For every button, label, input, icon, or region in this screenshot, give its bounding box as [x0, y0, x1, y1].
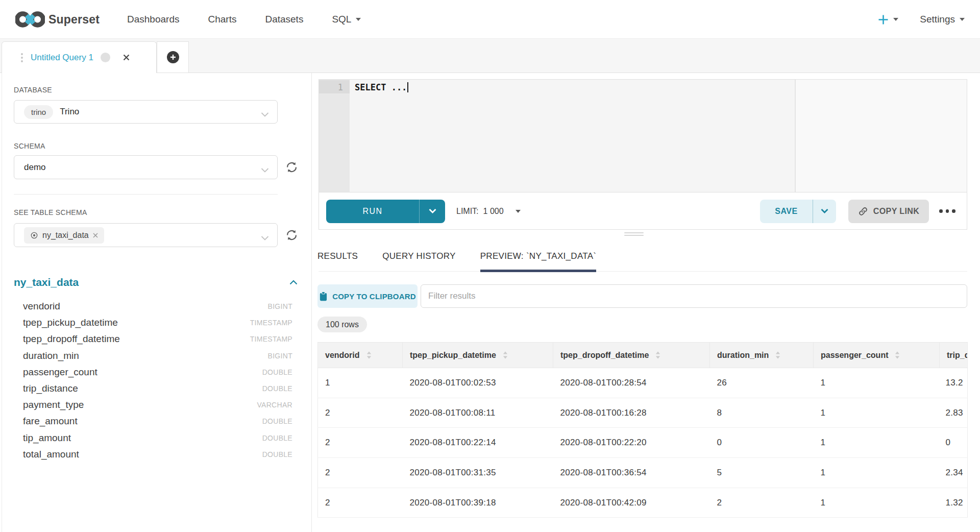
table-cell: 2.83: [940, 398, 968, 428]
drag-handle-icon[interactable]: [21, 53, 23, 62]
column-header-trip_distance[interactable]: trip_distance: [940, 343, 968, 368]
nav-right: Settings: [878, 0, 965, 39]
table-cell: 2020-08-01T00:16:28: [553, 398, 710, 428]
schema-column-row[interactable]: fare_amountDOUBLE: [14, 413, 298, 429]
more-options-button[interactable]: [937, 209, 958, 213]
column-header-duration_min[interactable]: duration_min: [710, 343, 814, 368]
nav-item-dashboards[interactable]: Dashboards: [127, 14, 179, 25]
column-name: vendorid: [23, 301, 60, 312]
column-header-tpep_dropoff_datetime[interactable]: tpep_dropoff_datetime: [553, 343, 710, 368]
tab-query-history[interactable]: QUERY HISTORY: [382, 240, 455, 272]
remove-tag-icon[interactable]: [93, 233, 98, 238]
table-cell: 1: [814, 368, 940, 398]
column-name: payment_type: [23, 399, 84, 410]
copy-to-clipboard-button[interactable]: COPY TO CLIPBOARD: [317, 284, 418, 308]
column-type: DOUBLE: [262, 368, 292, 376]
column-header-passenger_count[interactable]: passenger_count: [814, 343, 940, 368]
chevron-down-icon: [893, 18, 898, 21]
table-cell: 26: [710, 368, 814, 398]
add-tab-button[interactable]: [157, 41, 189, 72]
column-name: trip_distance: [23, 383, 78, 394]
code-line[interactable]: SELECT ...: [355, 81, 408, 93]
schema-value: demo: [24, 162, 46, 173]
table-cell: 2020-08-01T00:28:54: [553, 368, 710, 398]
column-type: DOUBLE: [262, 434, 292, 442]
copy-link-button[interactable]: COPY LINK: [848, 200, 929, 223]
table-cell: 2020-08-01T00:39:18: [403, 488, 553, 518]
chevron-up-icon[interactable]: [289, 280, 298, 285]
close-tab-icon[interactable]: [122, 54, 130, 61]
print-margin-line: [795, 80, 796, 192]
sort-icon[interactable]: [503, 351, 508, 359]
schema-label: SCHEMA: [14, 142, 45, 150]
sql-editor[interactable]: 1 SELECT ...: [319, 80, 967, 192]
schema-column-row[interactable]: duration_minBIGINT: [14, 348, 298, 364]
run-options-caret[interactable]: [420, 200, 445, 223]
schema-column-row[interactable]: total_amountDOUBLE: [14, 446, 298, 463]
database-select[interactable]: trino Trino: [14, 100, 278, 124]
sidebar: DATABASE trino Trino SCHEMA demo SEE TAB…: [2, 73, 312, 532]
line-number: 1: [338, 81, 343, 93]
table-cell: 2020-08-01T00:02:53: [403, 368, 553, 398]
sort-icon[interactable]: [366, 351, 372, 359]
column-type: TIMESTAMP: [250, 335, 292, 343]
column-type: DOUBLE: [262, 417, 292, 425]
sort-icon[interactable]: [775, 351, 780, 359]
table-cell: 2020-08-01T00:08:11: [403, 398, 553, 428]
column-name: tpep_dropoff_datetime: [23, 333, 120, 345]
tab-results[interactable]: RESULTS: [317, 240, 358, 272]
schema-select[interactable]: demo: [14, 155, 278, 179]
refresh-schema-icon[interactable]: [285, 160, 299, 174]
column-name: passenger_count: [23, 367, 97, 378]
sort-icon[interactable]: [655, 351, 660, 359]
nav-item-charts[interactable]: Charts: [208, 14, 236, 25]
nav-item-datasets[interactable]: Datasets: [265, 14, 303, 25]
selected-table-tag[interactable]: ny_taxi_data: [24, 227, 104, 244]
superset-logo-icon[interactable]: [15, 10, 45, 31]
column-header-tpep_pickup_datetime[interactable]: tpep_pickup_datetime: [403, 343, 553, 368]
filter-results-input[interactable]: [421, 284, 967, 308]
column-header-vendorid[interactable]: vendorid: [318, 343, 403, 368]
table-schema-title[interactable]: ny_taxi_data: [14, 276, 79, 288]
run-button[interactable]: RUN: [326, 200, 445, 223]
tab-untitled-query[interactable]: Untitled Query 1: [2, 41, 157, 73]
refresh-table-icon[interactable]: [285, 228, 299, 242]
tab-title[interactable]: Untitled Query 1: [31, 53, 93, 63]
new-item-button[interactable]: [878, 14, 898, 25]
table-select[interactable]: ny_taxi_data: [14, 223, 278, 247]
limit-dropdown[interactable]: LIMIT: 1 000: [456, 207, 521, 216]
table-cell: 2: [318, 458, 403, 488]
eye-icon: [30, 231, 38, 239]
pane-resize-handle[interactable]: [624, 232, 644, 237]
brand-title[interactable]: Superset: [48, 0, 100, 39]
chevron-down-icon: [261, 165, 269, 175]
tab-preview[interactable]: PREVIEW: `NY_TAXI_DATA`: [480, 240, 597, 272]
column-type: BIGINT: [268, 302, 292, 310]
plus-icon: [878, 14, 889, 25]
schema-column-row[interactable]: payment_typeVARCHAR: [14, 397, 298, 413]
save-button[interactable]: SAVE: [760, 200, 836, 223]
schema-column-row[interactable]: passenger_countDOUBLE: [14, 364, 298, 380]
chevron-down-icon: [960, 18, 965, 21]
schema-column-row[interactable]: tip_amountDOUBLE: [14, 430, 298, 446]
table-cell: 1: [814, 428, 940, 458]
chevron-down-icon: [356, 18, 361, 21]
column-type: VARCHAR: [257, 401, 292, 409]
nav-item-sql[interactable]: SQL: [332, 14, 361, 25]
table-cell: 1.32: [940, 488, 968, 518]
table-cell: 2: [710, 488, 814, 518]
sort-icon[interactable]: [895, 351, 900, 359]
schema-column-row[interactable]: tpep_pickup_datetimeTIMESTAMP: [14, 315, 298, 331]
schema-column-row[interactable]: trip_distanceDOUBLE: [14, 380, 298, 397]
chevron-down-icon: [261, 110, 269, 119]
table-cell: 1: [814, 488, 940, 518]
column-name: total_amount: [23, 449, 79, 460]
chevron-down-icon: [261, 233, 269, 243]
schema-column-row[interactable]: tpep_dropoff_datetimeTIMESTAMP: [14, 331, 298, 347]
table-row: 22020-08-01T00:22:142020-08-01T00:22:200…: [318, 428, 968, 458]
settings-menu[interactable]: Settings: [920, 14, 965, 25]
schema-column-row[interactable]: vendoridBIGINT: [14, 298, 298, 315]
table-cell: 13.2: [940, 368, 968, 398]
save-options-caret[interactable]: [813, 200, 836, 223]
table-row: 22020-08-01T00:39:182020-08-01T00:42:092…: [318, 488, 968, 518]
